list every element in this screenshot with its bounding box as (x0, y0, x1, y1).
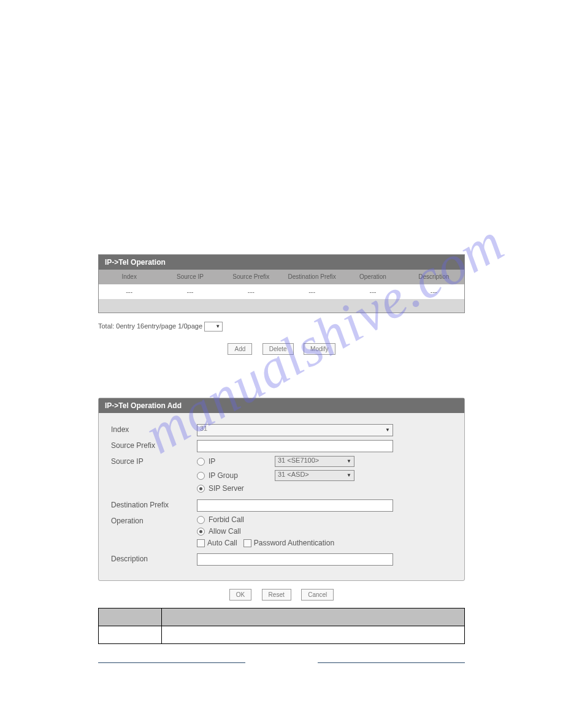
cell: --- (221, 288, 282, 295)
label-source-ip: Source IP (111, 456, 197, 466)
radio-forbid-call[interactable] (197, 516, 205, 524)
ip-tel-operation-add-panel: IP->Tel Operation Add Index 31 Source Pr… (98, 398, 465, 581)
footer-line-left (98, 662, 245, 663)
label-source-prefix: Source Prefix (111, 440, 197, 450)
col-index: Index (99, 273, 159, 281)
panel2-title: IP->Tel Operation Add (99, 398, 464, 413)
table-header-row: Index Source IP Source Prefix Destinatio… (99, 270, 464, 284)
footer-lines (98, 644, 465, 663)
cell: --- (342, 288, 403, 295)
cell: --- (159, 288, 220, 295)
radio-ip-group-label: IP Group (209, 471, 271, 480)
dest-prefix-input[interactable] (197, 499, 393, 512)
ip-tel-operation-panel: IP->Tel Operation Index Source IP Source… (98, 254, 465, 313)
col-dest-prefix: Destination Prefix (282, 273, 342, 281)
page-body: IP->Tel Operation Index Source IP Source… (0, 0, 563, 688)
modify-button[interactable]: Modify (304, 343, 335, 355)
bottom-cell-1 (99, 626, 162, 644)
label-description: Description (111, 553, 197, 563)
bottom-header-2 (162, 609, 465, 626)
panel2-buttons: OK Reset Cancel (98, 581, 465, 604)
ip-select[interactable]: 31 <SE7100> (275, 456, 354, 467)
checkbox-password-label: Password Authentication (254, 539, 334, 547)
checkbox-auto-label: Auto Call (207, 539, 237, 547)
reset-button[interactable]: Reset (262, 589, 291, 601)
page-select[interactable] (204, 322, 223, 332)
col-operation: Operation (342, 273, 403, 281)
pager-line: Total: 0entry 16entry/page 1/0page (98, 313, 465, 340)
cancel-button[interactable]: Cancel (301, 589, 334, 601)
radio-sip-server[interactable] (197, 485, 205, 493)
cell: --- (282, 288, 342, 295)
bottom-cell-2 (162, 626, 465, 644)
col-source-ip: Source IP (159, 273, 220, 281)
radio-allow-call[interactable] (197, 528, 205, 536)
radio-ip[interactable] (197, 458, 205, 466)
radio-allow-label: Allow Call (209, 527, 241, 536)
col-description: Description (404, 273, 464, 281)
delete-button[interactable]: Delete (262, 343, 294, 355)
index-select[interactable]: 31 (197, 424, 393, 436)
panel1-title: IP->Tel Operation (99, 255, 464, 270)
ok-button[interactable]: OK (229, 589, 251, 601)
add-button[interactable]: Add (228, 343, 252, 355)
checkbox-password-auth[interactable] (243, 539, 251, 547)
source-prefix-input[interactable] (197, 440, 393, 452)
table-footer-row (99, 299, 464, 313)
label-dest-prefix: Destination Prefix (111, 499, 197, 509)
bottom-header-1 (99, 609, 162, 626)
cell: --- (99, 288, 159, 295)
col-source-prefix: Source Prefix (221, 273, 282, 281)
label-operation: Operation (111, 515, 197, 525)
radio-forbid-label: Forbid Call (209, 515, 244, 524)
panel1-buttons: Add Delete Modify (98, 340, 465, 361)
ip-group-select[interactable]: 31 <ASD> (275, 470, 354, 481)
radio-ip-label: IP (209, 457, 271, 466)
table-data-row: --- --- --- --- --- --- (99, 284, 464, 299)
cell: --- (404, 288, 464, 295)
label-index: Index (111, 424, 197, 434)
description-input[interactable] (197, 553, 393, 566)
radio-sip-server-label: SIP Server (209, 484, 244, 493)
footer-line-right (318, 662, 465, 663)
pager-text: Total: 0entry 16entry/page 1/0page (98, 322, 202, 330)
radio-ip-group[interactable] (197, 472, 205, 480)
bottom-table (98, 608, 465, 644)
checkbox-auto-call[interactable] (197, 539, 205, 547)
